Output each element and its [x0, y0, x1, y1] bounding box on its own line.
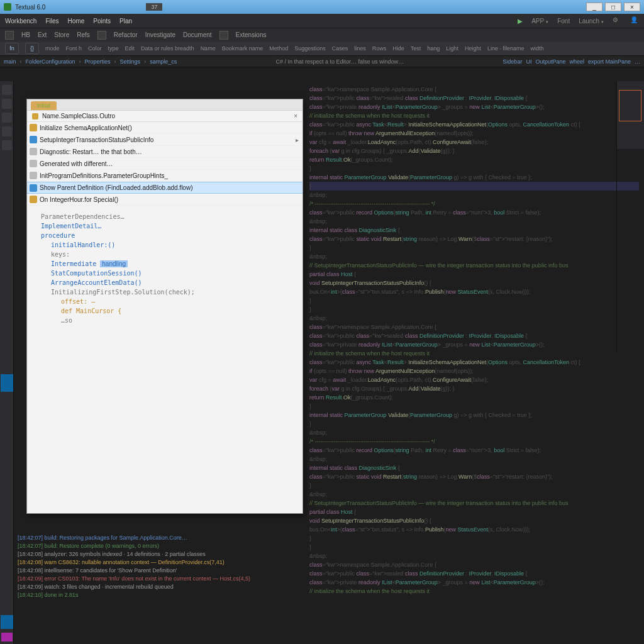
ribbon2-edit[interactable]: Edit	[125, 45, 135, 52]
path-r-1[interactable]: UI	[526, 58, 531, 65]
maximize-button[interactable]: □	[605, 3, 621, 11]
code-line: var cfg = await _loader.LoadAsync(opts.P…	[309, 375, 639, 384]
panel-body-line: ImplementDetail…	[33, 221, 296, 231]
ribbon2-suggestions[interactable]: Suggestions	[294, 45, 326, 52]
menu-files[interactable]: Files	[45, 18, 58, 25]
ribbon2-more1[interactable]: Line · filename	[487, 45, 525, 52]
ribbon2-cases[interactable]: Cases	[332, 45, 348, 52]
path-r-3[interactable]: wheel	[569, 58, 584, 65]
code-line: class="kw">public async Task<Result> Ini…	[309, 120, 639, 129]
ribbon2-btn-fn[interactable]: fn	[5, 43, 19, 54]
ribbon-investigate[interactable]: Investigate	[145, 31, 175, 38]
suggestion-row[interactable]: InitProgramDefinitions.ParameterGroupHin…	[27, 170, 303, 182]
ribbon-ext[interactable]: Ext	[38, 31, 47, 38]
ribbon-icon-1[interactable]	[5, 31, 14, 40]
code-line: class="kw">public async Task<Result> Ini…	[309, 358, 639, 367]
ribbon2-hang[interactable]: hang	[427, 45, 440, 52]
panel-tab-initial[interactable]: Initial	[31, 101, 57, 110]
ribbon-extensions[interactable]: Extensions	[236, 31, 267, 38]
ribbon-refactor[interactable]: Refactor	[114, 31, 138, 38]
ribbon2-lines[interactable]: lines	[354, 45, 366, 52]
activity-explorer-icon[interactable]	[2, 85, 12, 95]
ribbon2-bookmark[interactable]: Bookmark name	[222, 45, 264, 52]
code-line: }	[309, 182, 639, 191]
suggestion-row[interactable]: On IntegerHour.for Special()	[27, 194, 303, 206]
menu-app[interactable]: APP	[531, 18, 548, 25]
minimize-button[interactable]: _	[586, 3, 602, 11]
ribbon2-data[interactable]: Data or rules breadth	[141, 45, 194, 52]
ribbon-icon-3[interactable]	[219, 31, 228, 40]
run-play-icon[interactable]: ▶	[518, 18, 523, 25]
code-line: foreach (var g in cfg.Groups) { _groups.…	[309, 384, 639, 393]
ribbon2-more2[interactable]: width	[530, 45, 543, 52]
ribbon-icon-2[interactable]	[97, 31, 106, 40]
path-r-2[interactable]: OutputPane	[535, 58, 565, 65]
menu-plan[interactable]: Plan	[119, 18, 132, 25]
path-seg-4[interactable]: sample_cs	[150, 58, 177, 65]
ribbon2-light[interactable]: Light	[446, 45, 458, 52]
minimap-viewport[interactable]	[619, 90, 641, 121]
output-terminal[interactable]: [18:42:07] build: Restoring packages for…	[18, 534, 639, 641]
suggestion-label: Diagnostic: Restart… the that both…	[40, 148, 142, 155]
panel-body-line: Intermediate handling	[33, 259, 296, 269]
ribbon2-hide[interactable]: Hide	[392, 45, 404, 52]
code-line: /* -------------------------------------…	[309, 199, 639, 208]
suggestion-row[interactable]: Generated with different…	[27, 158, 303, 170]
suggestion-label: SetupIntegerTransactionStatusPublicInfo	[40, 136, 153, 143]
class-icon	[30, 196, 37, 203]
ribbon2-rows[interactable]: Rows	[372, 45, 387, 52]
path-center: C# / In that respect a to Editor… false …	[180, 58, 499, 65]
suggestion-row[interactable]: Initialize SchemaApplicationNet()	[27, 122, 303, 134]
menu-home[interactable]: Home	[68, 18, 85, 25]
suggestion-row[interactable]: Show Parent Definition (FindLoaded.addBl…	[27, 182, 303, 194]
panel-body-line: procedure	[33, 231, 296, 240]
activity-bar	[0, 81, 14, 644]
minimap[interactable]	[616, 81, 644, 352]
path-seg-1[interactable]: FolderConfiguration	[26, 58, 75, 65]
ribbon-hb[interactable]: HB	[21, 31, 30, 38]
activity-search-icon[interactable]	[2, 99, 12, 109]
ribbon-refs[interactable]: Refs	[77, 31, 90, 38]
ribbon2-method[interactable]: Method	[269, 45, 288, 52]
path-r-5[interactable]: …	[635, 58, 640, 65]
suggestion-row[interactable]: Diagnostic: Restart… the that both…	[27, 146, 303, 158]
activity-debug-icon[interactable]	[2, 126, 12, 136]
menu-font[interactable]: Font	[557, 18, 570, 25]
code-line: }	[309, 243, 639, 252]
activity-account-icon[interactable]	[1, 374, 13, 392]
user-icon[interactable]: 👤	[630, 16, 639, 25]
path-r-4[interactable]: export MainPane	[588, 58, 631, 65]
suggestion-row[interactable]: SetupIntegerTransactionStatusPublicInfo▸	[27, 134, 303, 146]
gear-icon[interactable]: ⚙	[613, 16, 621, 25]
ribbon-document[interactable]: Document	[183, 31, 212, 38]
code-line: // initialize the schema when the host r…	[309, 111, 639, 120]
path-r-0[interactable]: Sidebar	[502, 58, 522, 65]
ribbon2-color[interactable]: Color	[88, 45, 102, 52]
ribbon2-type[interactable]: type	[108, 45, 119, 52]
path-seg-3[interactable]: Settings	[120, 58, 141, 65]
menu-workbench[interactable]: Workbench	[5, 18, 36, 25]
ribbon2-height[interactable]: Height	[465, 45, 481, 52]
close-button[interactable]: ×	[624, 3, 640, 11]
menu-launch[interactable]: Launch	[579, 18, 604, 25]
path-seg-0[interactable]: main	[4, 58, 16, 65]
panel-close-icon[interactable]: ×	[294, 113, 297, 119]
code-line: internal static ParameterGroup Validate(…	[309, 411, 639, 419]
code-line: return Result.Ok(_groups.Count);	[309, 393, 639, 402]
code-line: &nbsp;	[309, 455, 639, 464]
info-icon	[30, 172, 37, 179]
ribbon2-font[interactable]: Font h	[66, 45, 82, 52]
method-icon	[30, 184, 37, 192]
titlebar-tab-number[interactable]: 37	[146, 3, 162, 11]
activity-settings-icon[interactable]	[1, 615, 13, 629]
ribbon2-mode[interactable]: mode	[45, 45, 60, 52]
panel-body-line: keys:	[33, 250, 296, 259]
ribbon2-btn-braces[interactable]: {}	[25, 43, 39, 54]
menu-points[interactable]: Points	[93, 18, 111, 25]
path-seg-2[interactable]: Properties	[85, 58, 111, 65]
activity-scm-icon[interactable]	[2, 113, 12, 123]
ribbon-store[interactable]: Store	[54, 31, 69, 38]
ribbon2-name[interactable]: Name	[201, 45, 216, 52]
ribbon2-test[interactable]: Test	[411, 45, 421, 52]
activity-extensions-icon[interactable]	[2, 140, 12, 150]
